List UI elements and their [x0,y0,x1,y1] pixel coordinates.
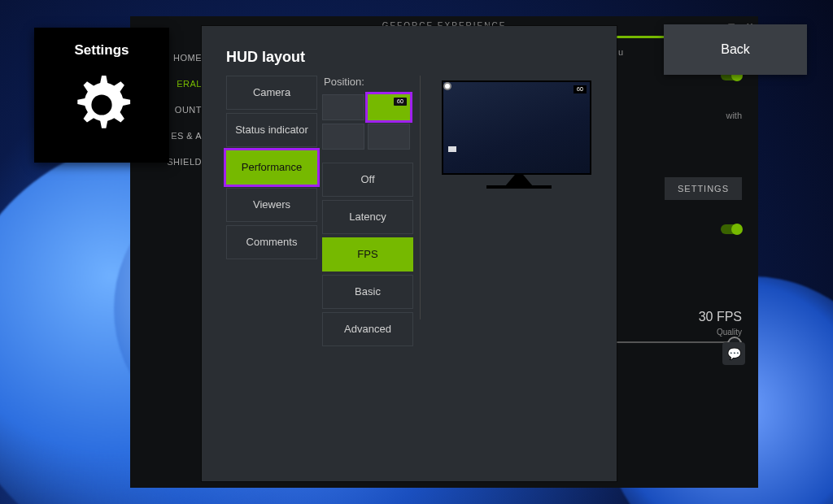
monitor-stand [505,175,533,186]
hud-options-column: Position: 60 Off Latency FPS Basic Advan… [322,76,413,350]
settings-button[interactable]: SETTINGS [665,177,742,200]
hud-category-comments[interactable]: Comments [226,225,317,259]
position-top-right[interactable]: 60 [368,94,410,120]
position-top-left[interactable] [322,94,364,120]
hud-category-status-indicator[interactable]: Status indicator [226,113,317,147]
back-label: Back [721,42,750,57]
desktop: GEFORCE EXPERIENCE — ▢ ✕ 🎧 u HOME ERAL O… [0,0,833,504]
hud-category-list: Camera Status indicator Performance View… [226,76,317,350]
panel-title: HUD layout [202,26,617,76]
record-icon [443,82,451,90]
toggle-switch[interactable] [721,224,742,234]
fps-chip: 60 [394,98,407,106]
position-bottom-left[interactable] [322,124,364,150]
mode-latency[interactable]: Latency [322,200,413,234]
mode-advanced[interactable]: Advanced [322,312,413,346]
position-label: Position: [324,76,413,88]
hud-category-camera[interactable]: Camera [226,76,317,110]
feedback-icon[interactable]: 💬 [722,342,745,365]
settings-card[interactable]: Settings [34,28,169,163]
position-grid: 60 [322,94,413,150]
mode-off[interactable]: Off [322,163,413,197]
svg-point-0 [91,94,111,115]
monitor-screen: 60 [442,80,591,175]
mode-fps[interactable]: FPS [322,237,413,272]
hud-category-viewers[interactable]: Viewers [226,188,317,222]
gear-icon [65,68,138,141]
mode-basic[interactable]: Basic [322,275,413,309]
hud-layout-panel: HUD layout Camera Status indicator Perfo… [202,26,617,481]
hud-category-performance[interactable]: Performance [226,150,317,185]
camera-icon [448,146,456,152]
position-bottom-right[interactable] [368,124,410,150]
monitor-fps-chip: 60 [574,85,587,93]
back-button[interactable]: Back [664,24,807,75]
monitor-preview: 60 [420,76,617,319]
settings-label: Settings [74,42,129,59]
